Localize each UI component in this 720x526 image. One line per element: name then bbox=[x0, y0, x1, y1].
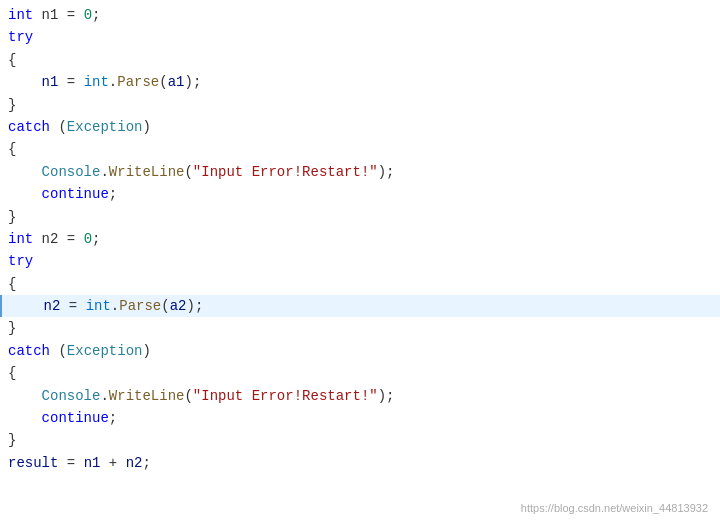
code-line: n1 = int.Parse(a1); bbox=[0, 71, 720, 93]
token-punc: } bbox=[8, 206, 16, 228]
indent bbox=[8, 161, 42, 183]
token-punc: } bbox=[8, 429, 16, 451]
token-kw: try bbox=[8, 26, 33, 48]
token-punc: ( bbox=[161, 295, 169, 317]
code-line: } bbox=[0, 206, 720, 228]
token-op: = bbox=[58, 71, 83, 93]
token-param: n2 bbox=[44, 295, 61, 317]
code-line: int n1 = 0; bbox=[0, 4, 720, 26]
code-line: { bbox=[0, 138, 720, 160]
code-line: { bbox=[0, 273, 720, 295]
token-exception: Exception bbox=[67, 116, 143, 138]
token-str: "Input Error!Restart!" bbox=[193, 385, 378, 407]
token-punc: ; bbox=[142, 452, 150, 474]
token-method: WriteLine bbox=[109, 161, 185, 183]
token-num: 0 bbox=[84, 4, 92, 26]
code-line: { bbox=[0, 362, 720, 384]
token-class-name: Console bbox=[42, 385, 101, 407]
watermark: https://blog.csdn.net/weixin_44813932 bbox=[521, 500, 708, 518]
token-punc: . bbox=[111, 295, 119, 317]
code-line: { bbox=[0, 49, 720, 71]
code-line: } bbox=[0, 317, 720, 339]
code-line: try bbox=[0, 26, 720, 48]
code-line: Console.WriteLine("Input Error!Restart!"… bbox=[0, 161, 720, 183]
token-blue: int bbox=[86, 295, 111, 317]
code-line: n2 = int.Parse(a2); bbox=[0, 295, 720, 317]
token-punc: . bbox=[100, 385, 108, 407]
token-param: result bbox=[8, 452, 58, 474]
token-param: n1 bbox=[42, 71, 59, 93]
token-kw: int bbox=[8, 228, 33, 250]
code-line: continue; bbox=[0, 183, 720, 205]
token-param: n1 bbox=[84, 452, 101, 474]
token-punc: { bbox=[8, 138, 16, 160]
token-id bbox=[75, 4, 83, 26]
code-line: int n2 = 0; bbox=[0, 228, 720, 250]
token-punc: ( bbox=[58, 340, 66, 362]
token-op: = bbox=[67, 4, 75, 26]
token-id bbox=[50, 340, 58, 362]
token-punc: ; bbox=[109, 183, 117, 205]
token-exception: Exception bbox=[67, 340, 143, 362]
token-blue: int bbox=[84, 71, 109, 93]
code-editor: int n1 = 0;try{ n1 = int.Parse(a1);}catc… bbox=[0, 0, 720, 526]
token-id bbox=[50, 116, 58, 138]
token-punc: ( bbox=[184, 161, 192, 183]
token-kw: int bbox=[8, 4, 33, 26]
token-str: "Input Error!Restart!" bbox=[193, 161, 378, 183]
token-kw: continue bbox=[42, 183, 109, 205]
token-punc: ); bbox=[378, 385, 395, 407]
token-punc: ; bbox=[109, 407, 117, 429]
indent bbox=[8, 407, 42, 429]
token-punc: { bbox=[8, 362, 16, 384]
token-punc: ) bbox=[142, 116, 150, 138]
token-punc: ( bbox=[58, 116, 66, 138]
token-punc: } bbox=[8, 317, 16, 339]
code-line: result = n1 + n2; bbox=[0, 452, 720, 474]
token-op: + bbox=[100, 452, 125, 474]
token-punc: ; bbox=[92, 228, 100, 250]
code-line: try bbox=[0, 250, 720, 272]
token-punc: { bbox=[8, 49, 16, 71]
token-punc: { bbox=[8, 273, 16, 295]
code-line: Console.WriteLine("Input Error!Restart!"… bbox=[0, 385, 720, 407]
indent bbox=[8, 71, 42, 93]
token-punc: ); bbox=[185, 71, 202, 93]
token-param: n2 bbox=[126, 452, 143, 474]
token-punc: ); bbox=[187, 295, 204, 317]
code-line: } bbox=[0, 94, 720, 116]
token-kw: catch bbox=[8, 340, 50, 362]
token-method: Parse bbox=[119, 295, 161, 317]
indent bbox=[8, 385, 42, 407]
token-punc: . bbox=[109, 71, 117, 93]
token-op: = bbox=[60, 295, 85, 317]
token-kw: continue bbox=[42, 407, 109, 429]
token-op: = bbox=[58, 452, 83, 474]
token-method: WriteLine bbox=[109, 385, 185, 407]
token-punc: ); bbox=[378, 161, 395, 183]
code-content: int n1 = 0;try{ n1 = int.Parse(a1);}catc… bbox=[0, 4, 720, 474]
code-line: continue; bbox=[0, 407, 720, 429]
token-kw: try bbox=[8, 250, 33, 272]
token-num: 0 bbox=[84, 228, 92, 250]
token-op: = bbox=[67, 228, 75, 250]
code-line: catch (Exception) bbox=[0, 340, 720, 362]
token-punc: . bbox=[100, 161, 108, 183]
token-param: a2 bbox=[170, 295, 187, 317]
token-method: Parse bbox=[117, 71, 159, 93]
token-id bbox=[75, 228, 83, 250]
token-id: n1 bbox=[33, 4, 67, 26]
token-punc: ( bbox=[159, 71, 167, 93]
code-line: } bbox=[0, 429, 720, 451]
indent bbox=[10, 295, 44, 317]
token-kw: catch bbox=[8, 116, 50, 138]
indent bbox=[8, 183, 42, 205]
token-punc: ( bbox=[184, 385, 192, 407]
token-param: a1 bbox=[168, 71, 185, 93]
token-id: n2 bbox=[33, 228, 67, 250]
token-punc: ) bbox=[142, 340, 150, 362]
code-line: catch (Exception) bbox=[0, 116, 720, 138]
token-punc: ; bbox=[92, 4, 100, 26]
token-class-name: Console bbox=[42, 161, 101, 183]
token-punc: } bbox=[8, 94, 16, 116]
